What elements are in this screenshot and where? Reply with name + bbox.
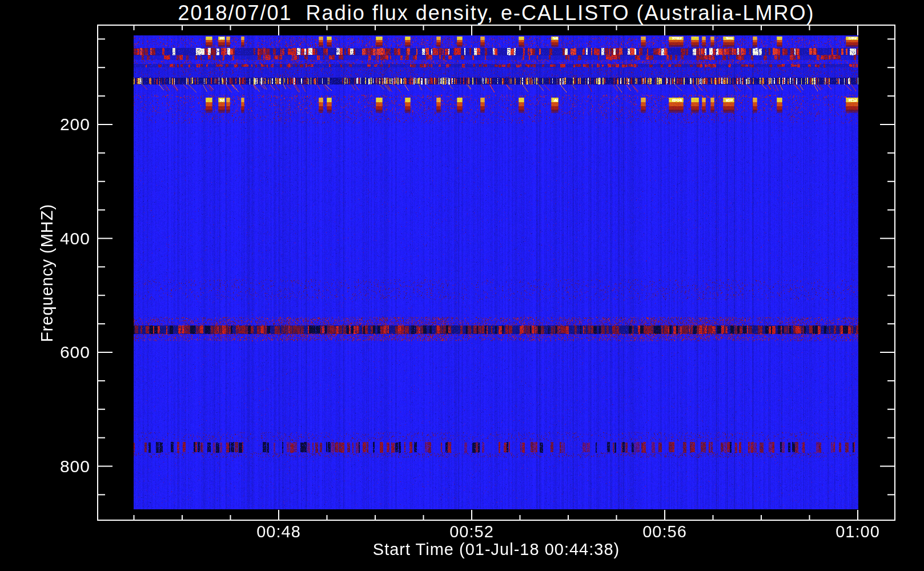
callisto-quicklook-plot: 2018/07/01 Radio flux density, e-CALLIST… [0, 0, 924, 571]
plot-frame [98, 25, 895, 520]
y-tick-label-0: 200 [21, 114, 90, 135]
y-tick-label-1: 400 [21, 228, 90, 249]
x-tick-label-0: 00:48 [239, 522, 319, 541]
x-tick-label-1: 00:52 [432, 522, 512, 541]
y-tick-label-3: 800 [21, 456, 90, 477]
x-tick-label-3: 01:00 [818, 522, 898, 541]
plot-axes-frame [0, 0, 924, 571]
y-tick-label-2: 600 [21, 342, 90, 363]
y-axis-title: Frequency (MHZ) [38, 204, 57, 342]
x-tick-label-2: 00:56 [625, 522, 705, 541]
x-axis-title: Start Time (01-Jul-18 00:44:38) [98, 540, 895, 559]
